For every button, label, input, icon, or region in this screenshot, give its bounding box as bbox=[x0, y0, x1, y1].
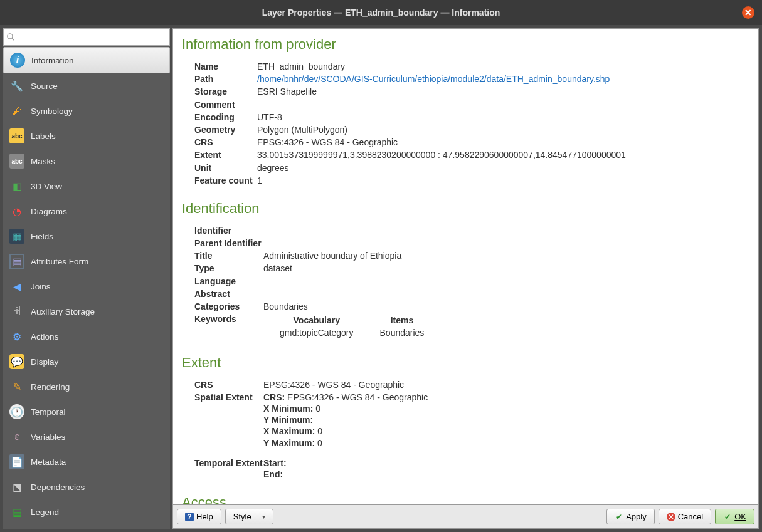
variables-icon: ε bbox=[9, 429, 24, 444]
label-type: Type bbox=[194, 263, 263, 274]
sidebar: iInformation 🔧Source 🖌Symbology abcLabel… bbox=[3, 28, 170, 529]
cancel-icon: ✕ bbox=[667, 513, 675, 521]
keywords-items-value: Boundaries bbox=[368, 327, 437, 338]
form-icon: ▤ bbox=[9, 254, 24, 269]
label-name: Name bbox=[194, 61, 257, 72]
nav-label: Joins bbox=[31, 282, 51, 291]
nav-label: Labels bbox=[31, 132, 56, 141]
deps-icon: ⬔ bbox=[9, 479, 24, 494]
label-extent: Extent bbox=[194, 149, 257, 160]
fields-icon: ▦ bbox=[9, 229, 24, 244]
nav-item-variables[interactable]: εVariables bbox=[3, 424, 170, 449]
help-button[interactable]: ? Help bbox=[177, 509, 221, 524]
nav-item-information[interactable]: iInformation bbox=[3, 47, 170, 73]
help-label: Help bbox=[196, 512, 213, 521]
value-storage: ESRI Shapefile bbox=[257, 86, 317, 97]
search-input[interactable] bbox=[4, 29, 169, 45]
nav-label: Dependencies bbox=[31, 482, 85, 492]
search-box[interactable] bbox=[3, 28, 170, 46]
nav-item-fields[interactable]: ▦Fields bbox=[3, 224, 170, 249]
check-icon: ✔ bbox=[615, 513, 623, 521]
nav-item-symbology[interactable]: 🖌Symbology bbox=[3, 98, 170, 123]
nav-item-temporal[interactable]: 🕐Temporal bbox=[3, 399, 170, 424]
spatial-crs-label: CRS: bbox=[263, 392, 285, 402]
nav-label: Rendering bbox=[31, 382, 70, 392]
keywords-vocabulary-value: gmd:topicCategory bbox=[267, 327, 366, 338]
label-geometry: Geometry bbox=[194, 124, 257, 135]
metadata-icon: 📄 bbox=[9, 454, 24, 469]
bottom-bar: ? Help Style ▾ ✔ Apply ✕ Cancel ✔ bbox=[172, 505, 759, 529]
dialog-body: iInformation 🔧Source 🖌Symbology abcLabel… bbox=[0, 25, 762, 532]
label-temporal-extent: Temporal Extent bbox=[194, 457, 263, 480]
nav-item-dependencies[interactable]: ⬔Dependencies bbox=[3, 474, 170, 499]
nav-label: Metadata bbox=[31, 457, 66, 467]
value-crs: EPSG:4326 - WGS 84 - Geographic bbox=[257, 137, 398, 148]
label-abstract: Abstract bbox=[194, 288, 263, 300]
nav-label: Legend bbox=[31, 508, 59, 517]
nav-item-diagrams[interactable]: ◔Diagrams bbox=[3, 199, 170, 224]
label-encoding: Encoding bbox=[194, 112, 257, 123]
value-spatial-extent: CRS: EPSG:4326 - WGS 84 - Geographic X M… bbox=[263, 392, 428, 449]
label-unit: Unit bbox=[194, 162, 257, 174]
nav-item-metadata[interactable]: 📄Metadata bbox=[3, 449, 170, 474]
nav-item-3dview[interactable]: ◧3D View bbox=[3, 174, 170, 199]
label-title: Title bbox=[194, 250, 263, 261]
ok-button[interactable]: ✔ OK bbox=[715, 509, 754, 524]
nav-item-legend[interactable]: ▤Legend bbox=[3, 499, 170, 524]
label-language: Language bbox=[194, 276, 263, 287]
help-icon: ? bbox=[185, 513, 194, 521]
apply-button[interactable]: ✔ Apply bbox=[606, 509, 655, 524]
value-path: /home/bnhr/dev/SCODA/GIS-Curriculum/ethi… bbox=[257, 73, 610, 85]
cancel-button[interactable]: ✕ Cancel bbox=[659, 509, 711, 524]
cancel-label: Cancel bbox=[678, 512, 703, 521]
nav-item-auxiliary-storage[interactable]: 🗄Auxiliary Storage bbox=[3, 299, 170, 324]
nav-label: Display bbox=[31, 357, 58, 367]
label-storage: Storage bbox=[194, 86, 257, 97]
label-path: Path bbox=[194, 73, 257, 85]
label-identifier: Identifier bbox=[194, 225, 263, 236]
value-unit: degrees bbox=[257, 162, 289, 174]
nav-item-actions[interactable]: ⚙Actions bbox=[3, 324, 170, 349]
apply-label: Apply bbox=[626, 512, 647, 521]
value-geometry: Polygon (MultiPolygon) bbox=[257, 124, 347, 135]
brush-icon: 🖌 bbox=[9, 103, 24, 118]
xmin-label: X Minimum: bbox=[263, 404, 313, 414]
nav-item-masks[interactable]: abcMasks bbox=[3, 149, 170, 174]
nav-label: Temporal bbox=[31, 407, 66, 417]
value-name: ETH_admin_boundary bbox=[257, 61, 345, 72]
style-button[interactable]: Style ▾ bbox=[225, 509, 273, 524]
keywords-header-items: Items bbox=[368, 315, 437, 326]
display-icon: 💬 bbox=[9, 354, 24, 369]
nav-item-source[interactable]: 🔧Source bbox=[3, 73, 170, 98]
nav-item-labels[interactable]: abcLabels bbox=[3, 123, 170, 149]
label-parent-identifier: Parent Identifier bbox=[194, 237, 263, 249]
nav-item-qgis-server[interactable]: 🖥QGIS Server bbox=[3, 524, 170, 529]
path-link[interactable]: /home/bnhr/dev/SCODA/GIS-Curriculum/ethi… bbox=[257, 74, 610, 84]
value-title: Administrative boundary of Ethiopia bbox=[263, 250, 401, 261]
nav-item-rendering[interactable]: ✎Rendering bbox=[3, 374, 170, 399]
xmin-value: 0 bbox=[313, 404, 320, 414]
main-panel: Information from provider NameETH_admin_… bbox=[172, 28, 759, 529]
dialog-window: Layer Properties — ETH_admin_boundary — … bbox=[0, 0, 762, 532]
content-scroll[interactable]: Information from provider NameETH_admin_… bbox=[172, 28, 759, 505]
close-button[interactable]: ✕ bbox=[742, 6, 754, 19]
labels-icon: abc bbox=[9, 128, 24, 143]
nav-label: Fields bbox=[31, 232, 53, 241]
spatial-crs-value: EPSG:4326 - WGS 84 - Geographic bbox=[285, 392, 428, 402]
nav-label: Diagrams bbox=[31, 207, 67, 216]
nav-label: Variables bbox=[31, 432, 65, 442]
nav-item-joins[interactable]: ◀Joins bbox=[3, 274, 170, 299]
masks-icon: abc bbox=[9, 154, 24, 169]
keywords-header-vocabulary: Vocabulary bbox=[267, 315, 366, 326]
value-encoding: UTF-8 bbox=[257, 112, 282, 123]
nav-label: Auxiliary Storage bbox=[31, 307, 95, 316]
nav-item-display[interactable]: 💬Display bbox=[3, 349, 170, 374]
nav-item-attributes-form[interactable]: ▤Attributes Form bbox=[3, 249, 170, 274]
cube-icon: ◧ bbox=[9, 179, 24, 194]
value-extent-crs: EPSG:4326 - WGS 84 - Geographic bbox=[263, 379, 404, 390]
diagrams-icon: ◔ bbox=[9, 204, 24, 219]
ok-icon: ✔ bbox=[723, 513, 732, 521]
window-title: Layer Properties — ETH_admin_boundary — … bbox=[262, 8, 500, 18]
label-keywords: Keywords bbox=[194, 313, 263, 340]
nav-label: Actions bbox=[31, 332, 58, 342]
